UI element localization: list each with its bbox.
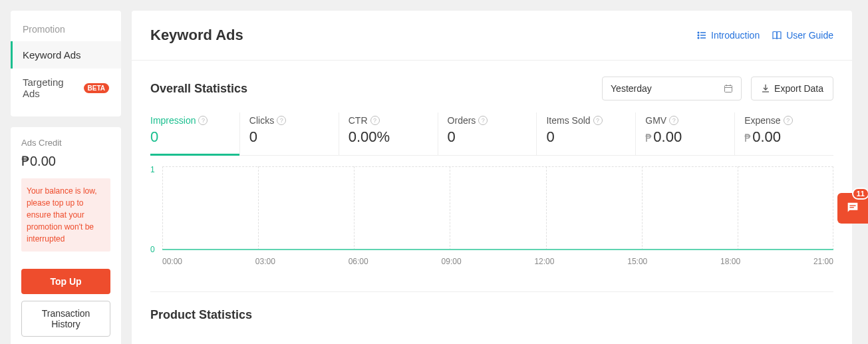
- metric-clicks[interactable]: Clicks ? 0: [239, 112, 339, 155]
- metric-value: 0: [249, 128, 329, 146]
- info-icon[interactable]: ?: [593, 116, 603, 125]
- svg-point-0: [698, 32, 699, 33]
- metric-impression[interactable]: Impression ? 0: [150, 112, 239, 155]
- chart-y-tick: 1: [150, 165, 155, 174]
- info-icon[interactable]: ?: [370, 116, 380, 125]
- chat-fab[interactable]: 11: [837, 193, 868, 224]
- metric-expense[interactable]: Expense ? ₱0.00: [734, 112, 833, 155]
- metric-value: 0: [448, 128, 527, 146]
- metric-gmv[interactable]: GMV ? ₱0.00: [635, 112, 734, 155]
- metric-label-text: GMV: [645, 115, 666, 126]
- chart-x-tick: 21:00: [813, 257, 833, 266]
- chart-line: [162, 166, 833, 250]
- calendar-icon: [724, 84, 733, 93]
- ads-credit-label: Ads Credit: [21, 138, 110, 148]
- chart-x-tick: 00:00: [162, 257, 182, 266]
- sidebar-item-keyword-ads[interactable]: Keyword Ads: [11, 41, 121, 69]
- svg-rect-12: [849, 205, 855, 206]
- beta-badge: BETA: [84, 83, 109, 93]
- chart-x-tick: 06:00: [349, 257, 368, 266]
- metric-ctr[interactable]: CTR ? 0.00%: [339, 112, 438, 155]
- date-value: Yesterday: [611, 83, 652, 94]
- info-icon[interactable]: ?: [669, 116, 678, 125]
- svg-rect-6: [725, 86, 732, 92]
- metric-label-text: Impression: [150, 115, 196, 126]
- section-title: Overall Statistics: [150, 82, 247, 96]
- svg-point-2: [698, 35, 699, 36]
- chart-y-tick: 0: [150, 245, 155, 254]
- promotion-nav-card: Promotion Keyword Ads Targeting Ads BETA: [11, 11, 121, 116]
- metric-value: 0.00%: [349, 128, 428, 146]
- transaction-history-button[interactable]: Transaction History: [21, 301, 110, 337]
- metric-label-text: Clicks: [249, 115, 274, 126]
- chart-x-tick: 18:00: [720, 257, 740, 266]
- chart-x-tick: 12:00: [534, 257, 554, 266]
- metric-value: ₱0.00: [645, 128, 725, 146]
- metric-orders[interactable]: Orders ? 0: [438, 112, 537, 155]
- link-label: User Guide: [786, 30, 833, 41]
- info-icon[interactable]: ?: [784, 116, 793, 125]
- info-icon[interactable]: ?: [277, 116, 286, 125]
- chart-x-tick: 09:00: [442, 257, 462, 266]
- chat-icon: [845, 200, 860, 217]
- export-label: Export Data: [774, 83, 823, 94]
- chart-x-tick: 15:00: [627, 257, 647, 266]
- notification-badge: 11: [852, 188, 868, 200]
- chart-x-tick: 03:00: [255, 257, 275, 266]
- low-balance-warning: Your balance is low, please top up to en…: [21, 178, 110, 252]
- metric-value: 0: [150, 128, 230, 146]
- introduction-link[interactable]: Introduction: [696, 30, 760, 41]
- sidebar-section-title: Promotion: [11, 20, 121, 41]
- metric-label-text: Orders: [448, 115, 476, 126]
- list-icon: [696, 30, 707, 41]
- impression-chart: 1 0 00:00 03:00 06:00 09:00 12:00: [150, 166, 833, 266]
- sidebar: Promotion Keyword Ads Targeting Ads BETA…: [11, 11, 121, 344]
- metric-value: 0: [546, 128, 626, 146]
- overall-statistics-section: Overall Statistics Yesterday: [132, 61, 852, 291]
- ads-credit-amount: ₱0.00: [21, 153, 110, 169]
- info-icon[interactable]: ?: [198, 116, 208, 125]
- header-links: Introduction User Guide: [696, 30, 833, 41]
- user-guide-link[interactable]: User Guide: [772, 30, 833, 41]
- ads-credit-card: Ads Credit ₱0.00 Your balance is low, pl…: [11, 127, 121, 344]
- svg-rect-13: [849, 207, 853, 208]
- page-title: Keyword Ads: [150, 27, 243, 44]
- main-header: Keyword Ads Introduction: [132, 11, 852, 61]
- section-title: Product Statistics: [150, 308, 833, 322]
- metric-label-text: Expense: [744, 115, 780, 126]
- download-icon: [761, 84, 770, 93]
- info-icon[interactable]: ?: [478, 116, 488, 125]
- link-label: Introduction: [711, 30, 760, 41]
- sidebar-item-label: Keyword Ads: [23, 49, 81, 61]
- main-content: Keyword Ads Introduction: [132, 11, 852, 344]
- export-data-button[interactable]: Export Data: [751, 77, 833, 100]
- metric-items-sold[interactable]: Items Sold ? 0: [536, 112, 635, 155]
- chart-x-axis: 00:00 03:00 06:00 09:00 12:00 15:00 18:0…: [162, 257, 833, 266]
- metrics-row: Impression ? 0 Clicks ? 0 CTR ?: [150, 112, 833, 156]
- date-range-select[interactable]: Yesterday: [602, 77, 742, 100]
- product-statistics-section: Product Statistics: [132, 292, 852, 327]
- book-icon: [772, 30, 782, 41]
- sidebar-item-targeting-ads[interactable]: Targeting Ads BETA: [11, 69, 121, 107]
- svg-point-4: [698, 37, 699, 39]
- metric-value: ₱0.00: [744, 128, 824, 146]
- top-up-button[interactable]: Top Up: [21, 269, 110, 294]
- metric-label-text: Items Sold: [546, 115, 590, 126]
- sidebar-item-label: Targeting Ads: [23, 77, 80, 99]
- metric-label-text: CTR: [349, 115, 368, 126]
